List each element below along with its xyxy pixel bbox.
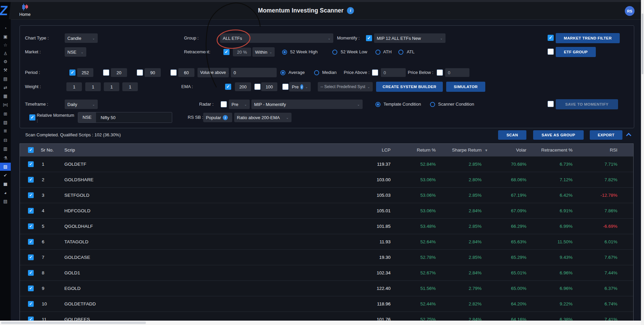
timeframe-select[interactable]: Daily ⌄ [65,100,98,109]
save-to-momentify-button[interactable]: SAVE TO MOMENTIFY [556,99,618,109]
rs-sb-popular-select[interactable]: Popular i [203,113,232,122]
app-logo[interactable]: Z [0,2,11,19]
row-checkbox[interactable] [28,177,34,183]
scan-button[interactable]: SCAN [498,130,526,140]
retracement-option-radio-atl[interactable] [398,50,403,55]
report-icon[interactable]: ▤ [0,197,11,206]
period-90-checkbox[interactable] [137,70,143,76]
gear-icon[interactable]: ⚙ [0,58,11,66]
row-checkbox[interactable] [28,239,34,245]
export-button[interactable]: EXPORT [590,130,622,140]
compare-icon[interactable]: ⇄ [0,84,11,92]
col-header-srno[interactable]: Sr No. [37,147,64,153]
gallery-icon[interactable]: ▣ [0,33,11,41]
scanner-icon[interactable]: ▨ [0,163,11,171]
layers-icon[interactable]: ≣ [0,127,11,135]
period-60-checkbox[interactable] [171,70,177,76]
radar-pre-select[interactable]: Pre ⌄ [229,100,250,109]
col-header-rsi[interactable]: RSI [573,147,617,153]
save-to-momentify-checkbox[interactable] [548,101,554,107]
chart-type-select[interactable]: Candle ⌄ [65,33,98,43]
radar-checkbox[interactable] [221,101,227,107]
clipboard-icon[interactable]: ▤ [0,75,11,83]
row-checkbox[interactable] [28,254,34,260]
momentum-m-icon[interactable]: [m] [0,101,11,109]
radar-template-select[interactable]: MIP - Momentify ⌄ [251,100,363,109]
retracement-option-radio-52-week-low[interactable] [332,50,337,55]
row-checkbox[interactable] [28,192,34,198]
aggregation-option-radio-average[interactable] [280,70,285,75]
retracement-option-radio-ath[interactable] [375,50,380,55]
pre-info-icon[interactable]: i [300,84,303,89]
nav-home[interactable]: Home [18,4,32,17]
weight-input-3[interactable]: 1 [104,82,119,91]
relative-momentum-benchmark[interactable]: NSE Nifty 50 [78,112,172,123]
etf-group-button[interactable]: ETF GROUP [556,47,596,57]
volume-selector[interactable]: Volume above ⌄ [197,68,229,77]
weight-input-4[interactable]: 1 [122,82,138,91]
ema-pre-select[interactable]: Pre i ⌄ [289,82,311,91]
col-header-lcp[interactable]: LCP [233,147,391,153]
retracement-checkbox[interactable] [223,49,229,55]
grid-icon[interactable]: ▦ [0,92,11,100]
price-above-input[interactable]: 0 [381,68,406,77]
row-checkbox[interactable] [28,286,34,291]
row-checkbox[interactable] [28,301,34,307]
vertical-scrollbar[interactable] [641,0,644,325]
collapse-chevron-icon[interactable] [626,133,631,137]
ema-100-input[interactable]: 100 [261,82,277,91]
predefined-system-select[interactable]: -- Select Predefined Syst ⌄ [318,82,373,91]
media-icon[interactable]: ▧ [0,118,11,127]
horizontal-scrollbar-thumb[interactable] [1,322,146,324]
save-as-group-button[interactable]: SAVE AS GROUP [533,130,584,140]
relative-momentum-checkbox[interactable] [29,114,35,120]
calendar-icon[interactable]: ⊞ [0,110,11,118]
ema-pre-checkbox[interactable] [282,84,288,90]
col-header-sharpe[interactable]: Sharpe Return ▼ [436,147,482,153]
col-header-volar[interactable]: Volar [482,147,526,153]
radar-condition-radio-template-condition[interactable] [375,102,380,107]
bar-chart-icon[interactable]: ▅ [0,180,11,188]
period-252-checkbox[interactable] [69,70,75,76]
retracement-within-select[interactable]: Within ⌄ [252,47,275,57]
row-checkbox[interactable] [28,270,34,276]
flask-icon[interactable]: ⚗ [0,154,11,162]
avatar[interactable]: RS [625,6,635,16]
row-checkbox[interactable] [28,317,34,321]
create-system-builder-button[interactable]: CREATE SYSTEM BUILDER [376,82,443,92]
market-trend-filter-button[interactable]: MARKET TREND FILTER [556,33,620,43]
horizontal-scrollbar[interactable] [0,321,641,325]
retracement-percent-input[interactable]: 20 % [233,48,251,56]
ema-200-input[interactable]: 200 [235,82,251,91]
group-select[interactable]: ALL ETFs ⌄ [220,33,333,43]
vertical-scrollbar-thumb[interactable] [642,13,643,74]
radar-condition-radio-scanner-condition[interactable] [430,102,435,107]
period-20-input[interactable]: 20 [111,68,127,77]
volume-input[interactable]: 0 [231,68,277,77]
aggregation-option-radio-median[interactable] [314,70,319,75]
period-20-checkbox[interactable] [103,70,109,76]
market-trend-filter-checkbox[interactable] [548,35,554,41]
sort-descending-icon[interactable]: ▼ [485,148,488,152]
star-icon[interactable]: ☆ [0,41,11,49]
title-info-icon[interactable]: i [347,7,354,14]
weight-input-2[interactable]: 1 [85,82,101,91]
momentify-checkbox[interactable] [366,35,372,41]
price-below-input[interactable]: 0 [445,68,469,77]
speedometer-icon[interactable]: ◔ [0,24,11,32]
col-header-scrip[interactable]: Scrip [64,147,233,153]
col-header-retracement[interactable]: Retracement % [526,147,573,153]
row-checkbox[interactable] [28,208,34,214]
ema-100-checkbox[interactable] [254,84,260,90]
momentify-select[interactable]: MIP 12 ALL ETFs New ⌄ [374,33,446,43]
price-below-checkbox[interactable] [437,70,443,76]
period-90-input[interactable]: 90 [145,68,161,77]
period-60-input[interactable]: 60 [178,68,194,77]
schedule-icon[interactable]: ⊟ [0,136,11,144]
retracement-option-radio-52-week-high[interactable] [282,50,287,55]
simulator-button[interactable]: SIMULATOR [446,82,485,92]
tools-icon[interactable]: ⚒ [0,66,11,74]
select-all-checkbox[interactable] [28,147,34,153]
etf-group-checkbox[interactable] [548,49,554,55]
period-252-input[interactable]: 252 [77,68,93,77]
